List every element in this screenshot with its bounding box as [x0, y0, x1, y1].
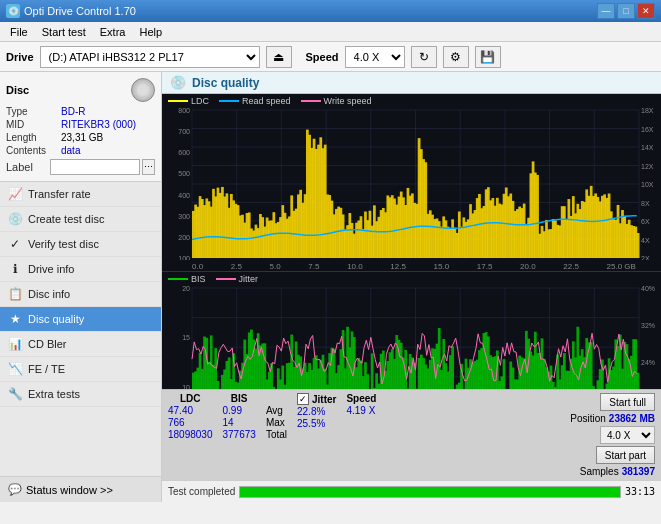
nav-items: 📈 Transfer rate 💿 Create test disc ✓ Ver… [0, 182, 161, 476]
top-chart-canvas-area [162, 108, 661, 262]
menu-file[interactable]: File [4, 25, 34, 39]
speed-select[interactable]: 4.0 X [345, 46, 405, 68]
sidebar-item-transfer-rate[interactable]: 📈 Transfer rate [0, 182, 161, 207]
sidebar-item-cd-bler[interactable]: 📊 CD Bler [0, 332, 161, 357]
time-display: 33:13 [625, 486, 655, 497]
top-chart-canvas [162, 108, 661, 260]
nav-disc-quality-label: Disc quality [28, 313, 84, 325]
disc-type-row: Type BD-R [6, 106, 155, 117]
disc-contents-key: Contents [6, 145, 61, 156]
position-val: 23862 MB [609, 413, 655, 424]
close-button[interactable]: ✕ [637, 3, 655, 19]
stats-ldc-avg: 47.40 [168, 405, 213, 416]
disc-icon [131, 78, 155, 102]
refresh-button[interactable]: ↻ [411, 46, 437, 68]
content-title: Disc quality [192, 76, 259, 90]
save-button[interactable]: 💾 [475, 46, 501, 68]
nav-transfer-rate-label: Transfer rate [28, 188, 91, 200]
sidebar-item-extra-tests[interactable]: 🔧 Extra tests [0, 382, 161, 407]
stats-speed-col: Speed 4.19 X [346, 393, 376, 416]
position-row: Position 23862 MB [570, 413, 655, 424]
disc-length-val: 23,31 GB [61, 132, 103, 143]
content-area: 💿 Disc quality LDC Read speed [162, 72, 661, 502]
content-header: 💿 Disc quality [162, 72, 661, 94]
sidebar-item-fe-te[interactable]: 📉 FE / TE [0, 357, 161, 382]
menu-help[interactable]: Help [133, 25, 168, 39]
disc-label-input[interactable] [50, 159, 140, 175]
speed-label: Speed [306, 51, 339, 63]
disc-quality-icon: ★ [8, 312, 22, 326]
verify-test-disc-icon: ✓ [8, 237, 22, 251]
bottom-chart-canvas [162, 286, 661, 389]
top-x-10: 25.0 GB [607, 262, 636, 271]
stats-bis-total: 377673 [223, 429, 256, 440]
titlebar-controls[interactable]: — □ ✕ [597, 3, 655, 19]
samples-val: 381397 [622, 466, 655, 477]
disc-label-btn[interactable]: ⋯ [142, 159, 155, 175]
bis-label: BIS [191, 274, 206, 284]
progress-bar [240, 487, 620, 497]
top-x-7: 17.5 [477, 262, 493, 271]
sidebar-item-create-test-disc[interactable]: 💿 Create test disc [0, 207, 161, 232]
stats-jitter-max: 25.5% [297, 418, 336, 429]
eject-button[interactable]: ⏏ [266, 46, 292, 68]
bis-color-indicator [168, 278, 188, 280]
sidebar-item-disc-info[interactable]: 📋 Disc info [0, 282, 161, 307]
transfer-rate-icon: 📈 [8, 187, 22, 201]
menu-extra[interactable]: Extra [94, 25, 132, 39]
disc-label-key: Label [6, 161, 48, 173]
stats-total-label: Total [266, 429, 287, 440]
status-text: Test completed [168, 486, 235, 497]
read-speed-color-indicator [219, 100, 239, 102]
disc-contents-row: Contents data [6, 145, 155, 156]
disc-label-row: Label ⋯ [6, 159, 155, 175]
top-chart-x-labels: 0.0 2.5 5.0 7.5 10.0 12.5 15.0 17.5 20.0… [162, 262, 661, 271]
legend-write-speed: Write speed [301, 96, 372, 106]
settings-button[interactable]: ⚙ [443, 46, 469, 68]
samples-label: Samples [580, 466, 619, 477]
stats-ldc-header: LDC [168, 393, 213, 404]
nav-verify-test-disc-label: Verify test disc [28, 238, 99, 250]
disc-panel-title: Disc [6, 84, 29, 96]
speed-mini-select[interactable]: 4.0 X [600, 426, 655, 444]
top-x-6: 15.0 [434, 262, 450, 271]
top-x-0: 0.0 [192, 262, 203, 271]
stats-right-col: Start full Position 23862 MB 4.0 X Start… [570, 393, 655, 477]
stats-area: LDC 47.40 766 18098030 BIS 0.99 14 37767… [162, 389, 661, 480]
status-window-icon: 💬 [8, 483, 22, 496]
app-icon: 💿 [6, 4, 20, 18]
sidebar-item-disc-quality[interactable]: ★ Disc quality [0, 307, 161, 332]
stats-speed-avg: 4.19 X [346, 405, 376, 416]
fe-te-icon: 📉 [8, 362, 22, 376]
sidebar-item-verify-test-disc[interactable]: ✓ Verify test disc [0, 232, 161, 257]
menubar: File Start test Extra Help [0, 22, 661, 42]
sidebar: Disc Type BD-R MID RITEKBR3 (000) Length… [0, 72, 162, 502]
ldc-label: LDC [191, 96, 209, 106]
maximize-button[interactable]: □ [617, 3, 635, 19]
jitter-checkbox[interactable]: ✓ [297, 393, 309, 405]
charts-area: LDC Read speed Write speed 0.0 [162, 94, 661, 389]
status-window-button[interactable]: 💬 Status window >> [0, 476, 161, 502]
progress-bar-container [239, 486, 621, 498]
main-area: Disc Type BD-R MID RITEKBR3 (000) Length… [0, 72, 661, 502]
sidebar-item-drive-info[interactable]: ℹ Drive info [0, 257, 161, 282]
minimize-button[interactable]: — [597, 3, 615, 19]
samples-row: Samples 381397 [580, 466, 655, 477]
stats-ldc-col: LDC 47.40 766 18098030 [168, 393, 213, 440]
stats-bis-avg: 0.99 [223, 405, 256, 416]
drivebar: Drive (D:) ATAPI iHBS312 2 PL17 ⏏ Speed … [0, 42, 661, 72]
drive-select[interactable]: (D:) ATAPI iHBS312 2 PL17 [40, 46, 260, 68]
legend-read-speed: Read speed [219, 96, 291, 106]
stats-ldc-bis: LDC 47.40 766 18098030 BIS 0.99 14 37767… [168, 393, 256, 440]
drive-label: Drive [6, 51, 34, 63]
titlebar-left: 💿 Opti Drive Control 1.70 [6, 4, 136, 18]
start-full-button[interactable]: Start full [600, 393, 655, 411]
stats-speed-header: Speed [346, 393, 376, 404]
start-part-button[interactable]: Start part [596, 446, 655, 464]
stats-ldc-total: 18098030 [168, 429, 213, 440]
jitter-header: Jitter [312, 394, 336, 405]
menu-start-test[interactable]: Start test [36, 25, 92, 39]
jitter-label: Jitter [239, 274, 259, 284]
top-x-4: 10.0 [347, 262, 363, 271]
top-x-9: 22.5 [563, 262, 579, 271]
